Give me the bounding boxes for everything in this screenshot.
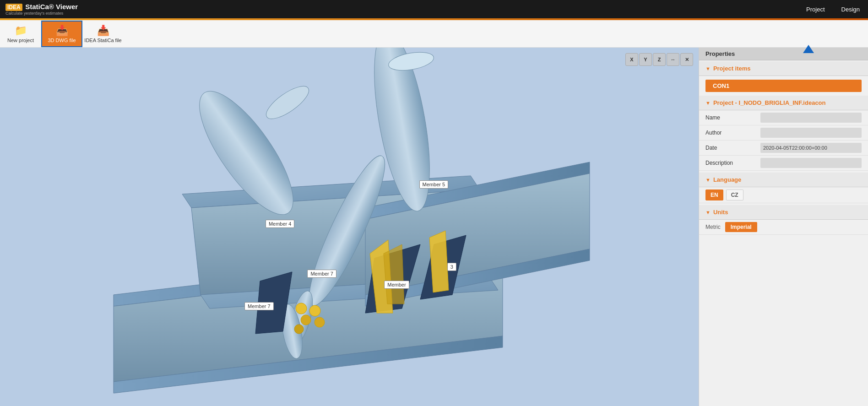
scene-svg — [0, 48, 699, 406]
section-project-items[interactable]: ▼ Project items — [699, 61, 868, 76]
3d-dwg-label: 3D DWG file — [48, 38, 76, 43]
author-label: Author — [705, 130, 760, 136]
chevron-down-icon-3: ▼ — [705, 177, 711, 183]
nav-project[interactable]: Project — [798, 0, 833, 18]
language-label: Language — [713, 176, 741, 183]
prop-row-description: Description — [699, 156, 868, 171]
name-value — [760, 113, 862, 123]
app-title: StatiCa® Viewer — [25, 3, 78, 11]
viewport[interactable]: X Y Z ↔ ✕ — [0, 48, 699, 406]
arrow-indicator — [803, 45, 814, 53]
app-subtitle: Calculate yesterday's estimates — [5, 11, 78, 16]
main-content: X Y Z ↔ ✕ — [0, 48, 868, 406]
prop-row-name: Name — [699, 110, 868, 125]
section-language[interactable]: ▼ Language — [699, 173, 868, 187]
svg-point-22 — [301, 315, 311, 325]
project-file-label: Project - I_NODO_BRIGLIA_INF.ideacon — [713, 99, 826, 106]
3d-dwg-button[interactable]: 📥 3D DWG file — [41, 21, 82, 47]
idea-icon: 📥 — [97, 25, 109, 37]
logo-area: IDEA StatiCa® Viewer Calculate yesterday… — [5, 3, 78, 16]
project-items-label: Project items — [713, 65, 751, 72]
date-value: 2020-04-05T22:00:00+00:00 — [760, 143, 862, 153]
new-project-label: New project — [7, 38, 34, 43]
logo-title: IDEA StatiCa® Viewer — [5, 3, 78, 11]
date-label: Date — [705, 145, 760, 151]
svg-point-21 — [309, 305, 320, 316]
toolbar: 📁 New project 📥 3D DWG file 📥 IDEA Stati… — [0, 20, 868, 48]
axis-y-btn[interactable]: Y — [639, 53, 652, 66]
axis-x-btn[interactable]: X — [625, 53, 638, 66]
nav-design[interactable]: Design — [833, 0, 868, 18]
svg-point-20 — [296, 303, 307, 314]
properties-title: Properties — [705, 50, 735, 57]
units-options-row: Metric Imperial — [699, 220, 868, 235]
top-nav: Project Design — [798, 0, 868, 18]
section-project-file[interactable]: ▼ Project - I_NODO_BRIGLIA_INF.ideacon — [699, 96, 868, 110]
new-project-button[interactable]: 📁 New project — [0, 21, 41, 47]
properties-header: Properties — [699, 48, 868, 60]
imperial-button[interactable]: Imperial — [725, 222, 757, 232]
name-label: Name — [705, 114, 760, 121]
axis-z-btn[interactable]: Z — [653, 53, 666, 66]
description-value — [760, 158, 862, 168]
svg-point-24 — [294, 325, 304, 334]
viewport-controls: X Y Z ↔ ✕ — [625, 53, 693, 66]
top-bar: IDEA StatiCa® Viewer Calculate yesterday… — [0, 0, 868, 18]
idea-statica-button[interactable]: 📥 IDEA StatiCa file — [82, 21, 124, 47]
chevron-down-icon-2: ▼ — [705, 100, 711, 106]
units-label: Units — [713, 209, 728, 216]
con1-button[interactable]: CON1 — [705, 80, 862, 92]
lang-en-button[interactable]: EN — [705, 189, 723, 200]
reset-btn[interactable]: ✕ — [680, 53, 693, 66]
author-value — [760, 128, 862, 138]
prop-row-author: Author — [699, 125, 868, 141]
logo-idea-badge: IDEA — [5, 4, 22, 11]
svg-marker-27 — [384, 244, 404, 304]
folder-icon: 📁 — [15, 25, 27, 37]
right-panel: Properties ▼ Project items CON1 ▼ Projec… — [699, 48, 868, 406]
chevron-down-icon-4: ▼ — [705, 210, 711, 215]
prop-row-date: Date 2020-04-05T22:00:00+00:00 — [699, 141, 868, 156]
pan-btn[interactable]: ↔ — [667, 53, 679, 66]
svg-marker-26 — [429, 231, 449, 292]
description-label: Description — [705, 160, 760, 166]
lang-cz-button[interactable]: CZ — [726, 189, 743, 200]
section-units[interactable]: ▼ Units — [699, 205, 868, 220]
language-options-row: EN CZ — [699, 187, 868, 203]
chevron-down-icon: ▼ — [705, 66, 711, 71]
idea-statica-label: IDEA StatiCa file — [84, 38, 121, 43]
svg-point-23 — [315, 317, 325, 327]
dwg-icon: 📥 — [56, 25, 68, 37]
metric-label: Metric — [705, 224, 721, 230]
